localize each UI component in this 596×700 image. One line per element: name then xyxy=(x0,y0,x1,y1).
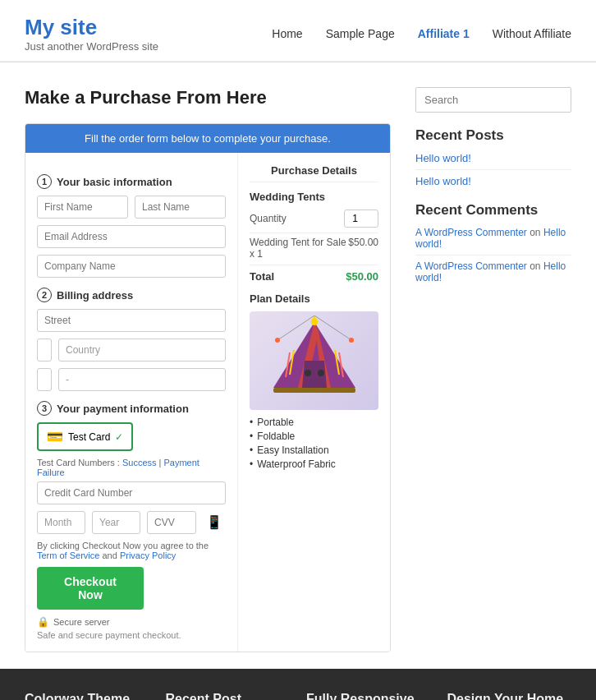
price-row: Wedding Tent for Sale x 1 $50.00 xyxy=(250,233,378,260)
form-header-text: Fill the order form below to complete yo… xyxy=(85,132,331,145)
recent-comments-section: Recent Comments A WordPress Commenter on… xyxy=(415,202,571,283)
svg-point-12 xyxy=(318,370,324,376)
search-button[interactable]: 🔍 xyxy=(571,88,571,112)
content-area: Make a Purchase From Here Fill the order… xyxy=(25,87,391,652)
first-name-input[interactable] xyxy=(37,196,128,219)
product-name: Wedding Tents xyxy=(250,191,378,203)
nav-without-affiliate[interactable]: Without Affiliate xyxy=(493,27,571,40)
commenter-2-link[interactable]: A WordPress Commenter xyxy=(415,260,527,272)
street-row xyxy=(37,309,226,332)
company-row xyxy=(37,255,226,278)
svg-point-15 xyxy=(275,338,280,343)
quantity-label: Quantity xyxy=(250,213,287,224)
features-list: PortableFoldableEasy InstallationWaterpr… xyxy=(250,417,378,470)
zip-input[interactable] xyxy=(37,368,52,391)
privacy-link[interactable]: Privacy Policy xyxy=(120,550,176,560)
footer-recent-title: Recent Post xyxy=(166,692,291,700)
zip-select[interactable]: - xyxy=(58,368,226,391)
payment-method-label: Test Card xyxy=(68,431,110,443)
secure-label: 🔒 Secure server xyxy=(37,616,226,628)
feature-item: Waterproof Fabric xyxy=(250,458,378,470)
last-name-input[interactable] xyxy=(135,196,226,219)
plan-title: Plan Details xyxy=(250,292,378,305)
divider-2 xyxy=(415,255,571,256)
commenter-1-link[interactable]: A WordPress Commenter xyxy=(415,227,527,238)
section2-num: 2 xyxy=(37,288,52,302)
section2-title: Billing address xyxy=(57,289,133,302)
test-card-success-link[interactable]: Success xyxy=(122,458,157,467)
street-input[interactable] xyxy=(37,309,226,332)
email-input[interactable] xyxy=(37,225,226,248)
footer-colorway-title: Colorway Theme xyxy=(25,692,149,700)
name-row xyxy=(37,196,226,219)
purchase-form-container: Fill the order form below to complete yo… xyxy=(25,123,391,652)
footer-responsive-title: Fully Responsive xyxy=(306,692,431,700)
feature-item: Foldable xyxy=(250,431,378,442)
page-title: Make a Purchase From Here xyxy=(25,87,391,108)
search-box: 🔍 xyxy=(415,87,571,113)
credit-card-icon: 💳 xyxy=(47,429,63,444)
form-header: Fill the order form below to complete yo… xyxy=(25,124,390,153)
cvv-input[interactable] xyxy=(147,511,196,534)
main-content: Make a Purchase From Here Fill the order… xyxy=(0,62,596,669)
nav-affiliate1[interactable]: Affiliate 1 xyxy=(418,27,470,40)
country-select[interactable]: Country xyxy=(58,338,226,362)
tent-svg xyxy=(265,315,364,406)
section3-num: 3 xyxy=(37,401,52,416)
recent-posts-section: Recent Posts Hello world! Hello world! xyxy=(415,127,571,187)
purchase-details-panel: Purchase Details Wedding Tents Quantity … xyxy=(238,153,390,652)
year-select[interactable]: Year xyxy=(92,511,140,534)
tent-image xyxy=(250,311,378,410)
terms-link[interactable]: Term of Service xyxy=(37,550,99,560)
header: My site Just another WordPress site Home… xyxy=(0,0,596,62)
month-select[interactable]: Month xyxy=(37,511,85,534)
recent-post-1[interactable]: Hello world! xyxy=(415,152,571,164)
card-chip-icon: 📱 xyxy=(203,511,226,534)
section3-title: Your payment information xyxy=(57,403,189,415)
card-details-row: Month Year 📱 xyxy=(37,511,226,534)
section1-header: 1 Your basic information xyxy=(37,174,226,189)
line-item-price: $50.00 xyxy=(348,237,378,260)
footer-main: Colorway Theme Footer is widgetized. To … xyxy=(0,669,596,700)
city-country-row: Country xyxy=(37,338,226,362)
section3-header: 3 Your payment information xyxy=(37,401,226,416)
recent-posts-title: Recent Posts xyxy=(415,127,571,144)
line-item-label: Wedding Tent for Sale x 1 xyxy=(250,237,348,260)
section2-header: 2 Billing address xyxy=(37,288,226,302)
secure-label-text: Secure server xyxy=(53,617,109,627)
checkout-button[interactable]: Checkout Now xyxy=(37,567,144,610)
feature-item: Easy Installation xyxy=(250,444,378,456)
order-form-left: 1 Your basic information xyxy=(25,153,238,652)
svg-point-16 xyxy=(349,338,354,343)
recent-post-2[interactable]: Hello world! xyxy=(415,175,571,187)
terms-text: By clicking Checkout Now you agree to th… xyxy=(37,541,209,550)
site-title: My site xyxy=(25,15,158,40)
nav-sample-page[interactable]: Sample Page xyxy=(326,27,395,40)
footer-col-recent: Recent Post Worth A Thousand Words Categ… xyxy=(166,692,291,700)
footer-design-title: Design Your Home xyxy=(447,692,572,700)
company-input[interactable] xyxy=(37,255,226,278)
terms-note: By clicking Checkout Now you agree to th… xyxy=(37,541,226,560)
svg-point-5 xyxy=(311,319,318,325)
svg-point-11 xyxy=(305,370,311,376)
section1-num: 1 xyxy=(37,174,52,189)
nav-home[interactable]: Home xyxy=(272,27,302,40)
email-row xyxy=(37,225,226,248)
search-input[interactable] xyxy=(416,88,571,112)
comment-1-on: on xyxy=(530,227,540,238)
cc-input[interactable] xyxy=(37,481,226,504)
terms-and: and xyxy=(102,550,117,560)
city-input[interactable] xyxy=(37,338,52,362)
secure-text-small: Safe and secure payment checkout. xyxy=(37,630,226,640)
recent-comments-title: Recent Comments xyxy=(415,202,571,219)
footer-col-design: Design Your Home Express your creativity… xyxy=(447,692,572,700)
feature-item: Portable xyxy=(250,417,378,428)
payment-method-button[interactable]: 💳 Test Card ✓ xyxy=(37,422,133,451)
cc-row xyxy=(37,481,226,504)
purchase-title: Purchase Details xyxy=(250,164,378,182)
lock-icon: 🔒 xyxy=(37,616,49,628)
check-icon: ✓ xyxy=(115,431,123,443)
quantity-input[interactable] xyxy=(344,210,378,228)
site-tagline: Just another WordPress site xyxy=(25,40,158,53)
footer-col-responsive: Fully Responsive Colorway is a unique re… xyxy=(306,692,431,700)
